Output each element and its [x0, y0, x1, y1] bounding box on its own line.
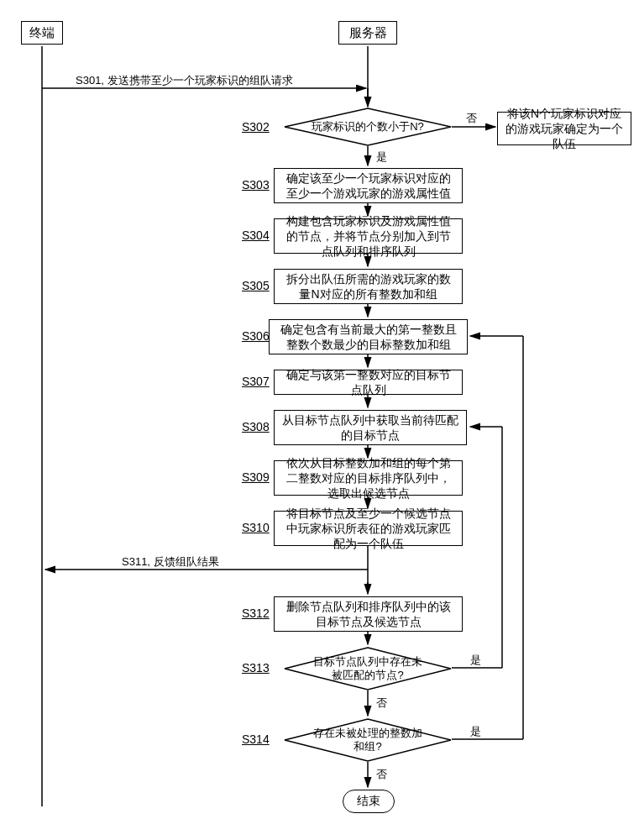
s313-no: 否	[376, 696, 387, 711]
s302-yes: 是	[376, 150, 387, 165]
s308-step: 从目标节点队列中获取当前待匹配的目标节点	[274, 410, 467, 445]
s301-message: S301, 发送携带至少一个玩家标识的组队请求	[76, 73, 293, 88]
s302-label: S302	[242, 120, 270, 134]
s314-no: 否	[376, 767, 387, 782]
s314-label: S314	[242, 732, 270, 746]
server-label: 服务器	[349, 24, 387, 41]
end-terminator: 结束	[343, 790, 395, 813]
s305-label: S305	[242, 279, 270, 292]
s304-step: 构建包含玩家标识及游戏属性值的节点，并将节点分别加入到节点队列和排序队列	[274, 218, 463, 254]
s303-step: 确定该至少一个玩家标识对应的至少一个游戏玩家的游戏属性值	[274, 168, 463, 203]
s310-step: 将目标节点及至少一个候选节点中玩家标识所表征的游戏玩家匹配为一个队伍	[274, 511, 463, 546]
s302-no-action: 将该N个玩家标识对应的游戏玩家确定为一个队伍	[497, 112, 631, 145]
s312-step: 删除节点队列和排序队列中的该目标节点及候选节点	[274, 596, 463, 632]
terminal-actor: 终端	[21, 21, 63, 45]
s308-label: S308	[242, 420, 270, 433]
s313-decision: 目标节点队列中存在未被匹配的节点?	[284, 647, 452, 690]
s312-label: S312	[242, 606, 270, 620]
s302-decision: 玩家标识的个数小于N?	[284, 108, 452, 146]
s302-no: 否	[466, 111, 477, 126]
s306-step: 确定包含有当前最大的第一整数且整数个数最少的目标整数加和组	[269, 319, 468, 354]
server-actor: 服务器	[338, 21, 397, 45]
s306-label: S306	[242, 329, 270, 343]
s311-message: S311, 反馈组队结果	[122, 554, 219, 570]
s303-label: S303	[242, 178, 270, 192]
s309-label: S309	[242, 470, 270, 484]
s309-step: 依次从目标整数加和组的每个第二整数对应的目标排序队列中，选取出候选节点	[274, 460, 463, 496]
s310-label: S310	[242, 521, 270, 534]
s307-label: S307	[242, 375, 270, 388]
s313-label: S313	[242, 661, 270, 675]
s307-step: 确定与该第一整数对应的目标节点队列	[274, 370, 463, 395]
s305-step: 拆分出队伍所需的游戏玩家的数量N对应的所有整数加和组	[274, 269, 463, 304]
terminal-label: 终端	[29, 24, 55, 41]
s314-yes: 是	[470, 724, 481, 739]
s313-yes: 是	[470, 653, 481, 668]
s304-label: S304	[242, 228, 270, 242]
s314-decision: 存在未被处理的整数加和组?	[284, 718, 452, 762]
